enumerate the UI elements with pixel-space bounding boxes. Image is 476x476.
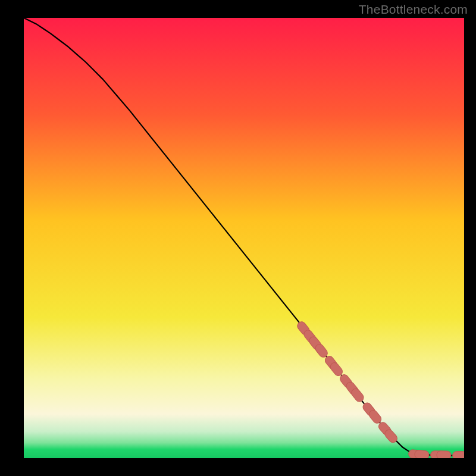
chart-svg	[24, 18, 464, 458]
watermark: TheBottleneck.com	[359, 2, 468, 17]
svg-rect-16	[437, 451, 451, 458]
data-marker	[453, 452, 464, 458]
svg-rect-17	[453, 452, 464, 458]
chart-plot	[24, 18, 464, 458]
gradient-background	[24, 18, 464, 458]
data-marker	[437, 451, 451, 458]
stage: TheBottleneck.com	[0, 0, 476, 476]
